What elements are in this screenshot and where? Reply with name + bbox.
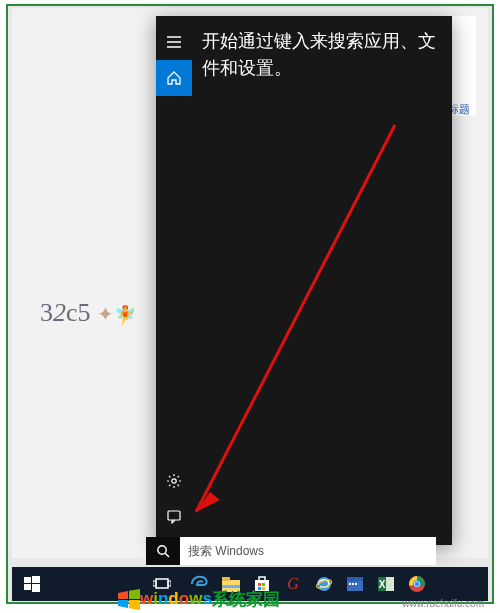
- cortana-prompt: 开始通过键入来搜索应用、文件和设置。: [192, 16, 452, 82]
- svg-rect-30: [32, 576, 40, 583]
- app-g-icon[interactable]: G: [278, 567, 308, 601]
- brand-url: www.ruehaifu.com: [402, 598, 484, 609]
- feedback-icon[interactable]: [156, 499, 192, 535]
- home-icon[interactable]: [156, 60, 192, 96]
- svg-point-2: [158, 546, 166, 554]
- svg-text:G: G: [287, 575, 299, 592]
- excel-icon[interactable]: X: [371, 567, 401, 601]
- svg-rect-21: [355, 583, 357, 585]
- svg-rect-20: [352, 583, 354, 585]
- svg-rect-31: [24, 584, 31, 590]
- svg-rect-1: [168, 511, 180, 520]
- watermark-logo: 32c5 ✦🧚: [40, 298, 136, 328]
- search-input[interactable]: 搜索 Windows: [180, 537, 436, 565]
- menu-icon[interactable]: [156, 24, 192, 60]
- cortana-panel: 开始通过键入来搜索应用、文件和设置。: [156, 16, 452, 545]
- svg-text:X: X: [379, 579, 386, 590]
- svg-rect-7: [222, 577, 230, 581]
- windows-logo-icon: [118, 589, 138, 609]
- calendar-icon[interactable]: [340, 567, 370, 601]
- svg-rect-32: [32, 584, 40, 592]
- brand-text-cn: 系统家园: [212, 588, 280, 611]
- search-icon-button[interactable]: [146, 537, 180, 565]
- svg-point-28: [415, 582, 419, 586]
- settings-icon[interactable]: [156, 463, 192, 499]
- svg-rect-29: [24, 577, 31, 583]
- brand-watermark: windows 系统家园: [118, 585, 280, 613]
- svg-line-3: [165, 553, 169, 557]
- start-button[interactable]: [14, 567, 50, 601]
- search-placeholder: 搜索 Windows: [188, 543, 264, 560]
- svg-rect-19: [349, 583, 351, 585]
- cortana-sidebar: [156, 16, 192, 545]
- svg-point-0: [172, 479, 176, 483]
- brand-text-en: windows: [140, 589, 212, 609]
- chrome-icon[interactable]: [402, 567, 432, 601]
- desktop-area: 标题 32c5 ✦🧚 开始通过键入来搜索应用、文件和设置。: [12, 8, 488, 558]
- svg-rect-18: [347, 581, 363, 591]
- ie-icon[interactable]: [309, 567, 339, 601]
